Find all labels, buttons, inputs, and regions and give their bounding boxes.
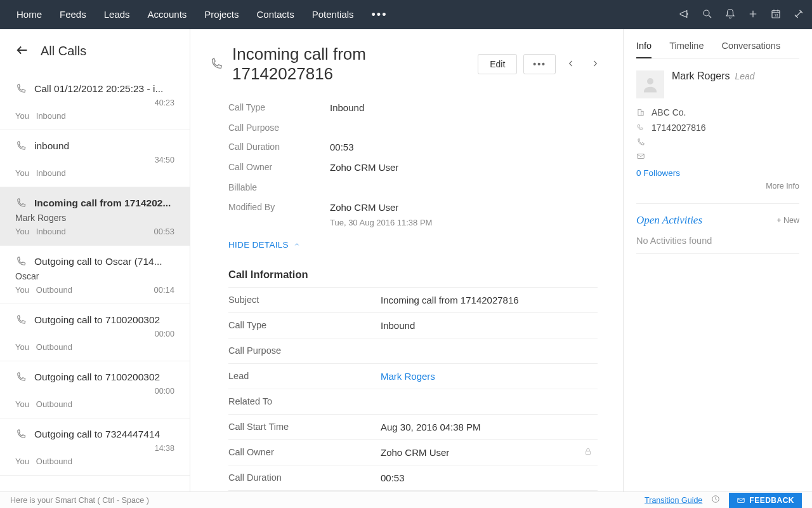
open-activities-title: Open Activities xyxy=(636,214,702,227)
nav-feeds[interactable]: Feeds xyxy=(51,0,95,29)
phone-icon xyxy=(636,138,645,147)
call-duration: 00:00 xyxy=(15,330,174,338)
nav-more-icon[interactable]: ••• xyxy=(363,8,396,22)
announce-icon[interactable] xyxy=(679,8,690,22)
info-label: Call Duration xyxy=(228,472,381,483)
info-row: Call Duration00:53 xyxy=(228,465,598,490)
contact-name: Mark Rogers xyxy=(672,70,730,81)
call-title: Outgoing call to 7100200302 xyxy=(34,371,174,383)
info-value[interactable]: Mark Rogers xyxy=(381,371,593,382)
phone-field: 17142027816 xyxy=(636,123,799,133)
tools-icon[interactable] xyxy=(793,8,804,22)
more-info-link[interactable]: More Info xyxy=(636,182,799,190)
call-duration: 14:38 xyxy=(15,444,174,453)
more-button[interactable]: ••• xyxy=(523,54,556,74)
info-row: Call TypeInbound xyxy=(228,312,598,338)
info-value: Incoming call from 17142027816 xyxy=(381,295,593,305)
call-meta: You Inbound00:53 xyxy=(15,227,174,236)
nav-home[interactable]: Home xyxy=(8,0,51,29)
telephone-icon xyxy=(636,123,645,132)
phone-icon xyxy=(15,197,27,209)
phone-icon xyxy=(15,371,27,383)
nav-potentials[interactable]: Potentials xyxy=(303,0,363,29)
nav-projects[interactable]: Projects xyxy=(195,0,247,29)
nav-accounts[interactable]: Accounts xyxy=(139,0,196,29)
prev-record-icon[interactable] xyxy=(562,59,580,70)
call-item[interactable]: Outgoing call to 732444741414:38You Outb… xyxy=(0,418,190,476)
info-row: Call Start TimeAug 30, 2016 04:38 PM xyxy=(228,414,598,439)
call-contact: Oscar xyxy=(15,271,174,281)
call-item[interactable]: Call 01/12/2012 20:25:23 - i...40:23You … xyxy=(0,73,190,130)
value: 00:53 xyxy=(330,140,354,155)
label: Billable xyxy=(228,180,330,194)
value: Inbound xyxy=(330,100,364,116)
call-title: inbound xyxy=(34,140,174,152)
contact-header: Mark Rogers Lead xyxy=(636,70,799,98)
tab-info[interactable]: Info xyxy=(636,41,652,58)
call-item[interactable]: inbound34:50You Inbound xyxy=(0,130,190,187)
lock-icon xyxy=(584,447,593,458)
next-record-icon[interactable] xyxy=(586,59,604,70)
edit-button[interactable]: Edit xyxy=(478,54,517,74)
new-activity-link[interactable]: + New xyxy=(776,216,799,225)
back-icon[interactable] xyxy=(15,43,29,59)
contact-type: Lead xyxy=(735,71,754,81)
info-label: Call Purpose xyxy=(228,345,381,356)
info-row: Call Purpose xyxy=(228,338,598,363)
nav-leads[interactable]: Leads xyxy=(95,0,139,29)
label: Call Duration xyxy=(228,140,330,155)
modified-timestamp: Tue, 30 Aug 2016 11:38 PM xyxy=(330,217,432,230)
call-item[interactable]: Incoming call from 1714202...Mark Rogers… xyxy=(0,187,190,246)
tab-conversations[interactable]: Conversations xyxy=(721,41,780,58)
label: Modified By xyxy=(228,200,330,230)
section-title: Call Information xyxy=(228,269,604,281)
info-label: Call Owner xyxy=(228,447,381,457)
info-row: Call OwnerZoho CRM User xyxy=(228,439,598,465)
detail-panel: Incoming call from 17142027816 Edit ••• … xyxy=(190,29,623,491)
info-value: Inbound xyxy=(381,320,593,331)
phone-icon xyxy=(15,314,27,326)
call-item[interactable]: Outgoing call to 710020030200:00You Outb… xyxy=(0,304,190,361)
call-list-panel: All Calls Call 01/12/2012 20:25:23 - i..… xyxy=(0,29,190,491)
nav-contacts[interactable]: Contacts xyxy=(247,0,303,29)
svg-point-0 xyxy=(704,10,709,16)
bell-icon[interactable] xyxy=(724,8,736,22)
lead-link[interactable]: Mark Rogers xyxy=(381,371,435,382)
main-nav: HomeFeedsLeadsAccountsProjectsContactsPo… xyxy=(8,0,363,29)
plus-icon[interactable] xyxy=(747,8,759,22)
followers-link[interactable]: 0 Followers xyxy=(636,168,799,178)
call-contact: Mark Rogers xyxy=(15,213,174,223)
info-table: SubjectIncoming call from 17142027816Cal… xyxy=(228,287,598,491)
value: Zoho CRM User xyxy=(330,202,398,213)
calendar-icon[interactable]: 31 xyxy=(770,8,782,22)
no-activities-text: No Activities found xyxy=(636,236,799,246)
list-title: All Calls xyxy=(41,44,86,58)
phone-icon xyxy=(209,57,223,71)
head-actions: Edit ••• xyxy=(478,54,604,74)
info-label: Lead xyxy=(228,371,381,381)
tab-timeline[interactable]: Timeline xyxy=(669,41,704,58)
call-title: Outgoing call to 7100200302 xyxy=(34,314,174,326)
svg-text:31: 31 xyxy=(775,13,779,17)
detail-header: Incoming call from 17142027816 Edit ••• xyxy=(209,44,604,84)
svg-rect-4 xyxy=(638,109,641,115)
call-duration: 34:50 xyxy=(15,156,174,164)
call-item[interactable]: Outgoing call to 710020030200:00You Outb… xyxy=(0,361,190,418)
open-activities-header: Open Activities + New xyxy=(636,214,799,227)
contact-panel: InfoTimelineConversations Mark Rogers Le… xyxy=(623,29,812,491)
call-title: Incoming call from 1714202... xyxy=(34,197,174,209)
label: Call Purpose xyxy=(228,121,330,135)
call-title: Outgoing call to Oscar (714... xyxy=(34,256,174,267)
call-item[interactable]: Outgoing call to Oscar (714...OscarYou O… xyxy=(0,246,190,304)
info-label: Call Type xyxy=(228,320,381,330)
search-icon[interactable] xyxy=(702,8,713,22)
label: Call Type xyxy=(228,100,330,116)
info-row: SubjectIncoming call from 17142027816 xyxy=(228,287,598,312)
value: Zoho CRM User xyxy=(330,160,398,175)
divider xyxy=(636,253,799,254)
hide-details-toggle[interactable]: HIDE DETAILS xyxy=(228,240,604,250)
info-row: LeadMark Rogers xyxy=(228,363,598,389)
call-title: Call 01/12/2012 20:25:23 - i... xyxy=(34,83,174,95)
phone-icon xyxy=(15,140,27,152)
building-icon xyxy=(636,108,645,117)
